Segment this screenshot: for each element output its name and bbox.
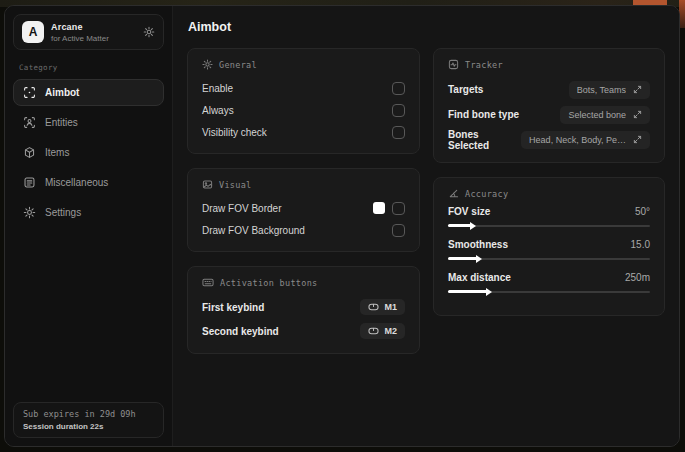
smoothness-slider[interactable] xyxy=(448,254,650,263)
draw-fov-background-label: Draw FOV Background xyxy=(202,225,305,236)
sidebar-item-settings[interactable]: Settings xyxy=(13,199,164,226)
expand-icon xyxy=(633,110,642,119)
visibility-check-row: Visibility check xyxy=(202,121,405,143)
smoothness-label: Smoothness xyxy=(448,239,508,250)
always-row: Always xyxy=(202,99,405,121)
enable-row: Enable xyxy=(202,77,405,99)
find-bone-type-row: Find bone type Selected bone xyxy=(448,102,650,127)
sidebar-item-label: Settings xyxy=(45,207,81,218)
second-keybind-label: Second keybind xyxy=(202,326,279,337)
targets-label: Targets xyxy=(448,84,483,95)
page-title: Aimbot xyxy=(188,20,665,34)
settings-gear-icon[interactable] xyxy=(143,26,155,38)
max-distance-group: Max distance 250m xyxy=(448,272,650,296)
visual-card: Visual Draw FOV Border Draw FOV Backgrou… xyxy=(187,168,420,252)
brand-logo: A xyxy=(22,21,44,43)
expand-icon xyxy=(633,85,642,94)
brand-card: A Arcane for Active Matter xyxy=(13,14,164,50)
accuracy-card-header: Accuracy xyxy=(448,188,650,199)
brand-subtitle: for Active Matter xyxy=(51,34,109,43)
first-keybind-label: First keybind xyxy=(202,302,264,313)
first-keybind-row: First keybind M1 xyxy=(202,295,405,319)
general-icon xyxy=(202,59,213,70)
fov-size-group: FOV size 50° xyxy=(448,206,650,230)
visual-card-header: Visual xyxy=(202,179,405,190)
sidebar-item-aimbot[interactable]: Aimbot xyxy=(13,79,164,106)
second-keybind-row: Second keybind M2 xyxy=(202,319,405,343)
max-distance-label: Max distance xyxy=(448,272,511,283)
slider-thumb[interactable] xyxy=(486,288,492,296)
menu-window: A Arcane for Active Matter Category Aimb… xyxy=(4,5,680,447)
settings-icon xyxy=(23,206,36,219)
sidebar-item-label: Entities xyxy=(45,117,78,128)
tracker-icon xyxy=(448,59,459,70)
brand-title: Arcane xyxy=(51,22,109,32)
bones-selected-label: Bones Selected xyxy=(448,129,521,151)
first-keybind-button[interactable]: M1 xyxy=(360,299,405,315)
targets-row: Targets Bots, Teams xyxy=(448,77,650,102)
fov-size-value: 50° xyxy=(635,206,650,217)
tracker-card-header: Tracker xyxy=(448,59,650,70)
items-icon xyxy=(23,146,36,159)
keyboard-icon xyxy=(202,277,214,288)
find-bone-type-select[interactable]: Selected bone xyxy=(560,106,650,124)
mouse-icon xyxy=(368,303,379,311)
draw-fov-border-label: Draw FOV Border xyxy=(202,203,281,214)
visual-icon xyxy=(202,179,213,190)
smoothness-group: Smoothness 15.0 xyxy=(448,239,650,263)
general-card-header: General xyxy=(202,59,405,70)
draw-fov-border-row: Draw FOV Border xyxy=(202,197,405,219)
angle-icon xyxy=(448,188,459,199)
mouse-icon xyxy=(368,327,379,335)
miscellaneous-icon xyxy=(23,176,36,189)
draw-fov-border-checkbox[interactable] xyxy=(392,202,405,215)
aimbot-icon xyxy=(23,86,36,99)
bones-selected-select[interactable]: Head, Neck, Body, Pe… xyxy=(521,131,650,149)
subscription-info: Sub expires in 29d 09h Session duration … xyxy=(13,402,164,438)
smoothness-value: 15.0 xyxy=(631,239,650,250)
sidebar-item-label: Aimbot xyxy=(45,87,79,98)
expand-icon xyxy=(633,135,642,144)
general-card: General Enable Always Visibility check xyxy=(187,48,420,154)
tracker-card: Tracker Targets Bots, Teams Find bone ty… xyxy=(433,48,665,163)
fov-size-slider[interactable] xyxy=(448,221,650,230)
category-label: Category xyxy=(19,63,158,72)
activation-card-header: Activation buttons xyxy=(202,277,405,288)
enable-label: Enable xyxy=(202,83,233,94)
sidebar-item-items[interactable]: Items xyxy=(13,139,164,166)
session-duration-text: Session duration 22s xyxy=(23,422,154,431)
fov-border-color-swatch[interactable] xyxy=(373,202,385,214)
always-checkbox[interactable] xyxy=(392,104,405,117)
draw-fov-background-row: Draw FOV Background xyxy=(202,219,405,241)
main-content: Aimbot General Enable xyxy=(173,6,679,446)
targets-select[interactable]: Bots, Teams xyxy=(569,81,650,99)
entities-icon xyxy=(23,116,36,129)
visibility-check-label: Visibility check xyxy=(202,127,267,138)
draw-fov-background-checkbox[interactable] xyxy=(392,224,405,237)
slider-thumb[interactable] xyxy=(476,255,482,263)
sidebar-item-miscellaneous[interactable]: Miscellaneous xyxy=(13,169,164,196)
bones-selected-row: Bones Selected Head, Neck, Body, Pe… xyxy=(448,127,650,152)
always-label: Always xyxy=(202,105,234,116)
max-distance-slider[interactable] xyxy=(448,287,650,296)
brand-text: Arcane for Active Matter xyxy=(51,22,109,43)
slider-thumb[interactable] xyxy=(470,222,476,230)
second-keybind-button[interactable]: M2 xyxy=(360,323,405,339)
sidebar-item-label: Items xyxy=(45,147,69,158)
sidebar: A Arcane for Active Matter Category Aimb… xyxy=(5,6,173,446)
find-bone-type-label: Find bone type xyxy=(448,109,519,120)
max-distance-value: 250m xyxy=(625,272,650,283)
visibility-check-checkbox[interactable] xyxy=(392,126,405,139)
fov-size-label: FOV size xyxy=(448,206,490,217)
accuracy-card: Accuracy FOV size 50° Smoothness xyxy=(433,177,665,316)
sidebar-item-label: Miscellaneous xyxy=(45,177,108,188)
activation-buttons-card: Activation buttons First keybind M1 xyxy=(187,266,420,354)
enable-checkbox[interactable] xyxy=(392,82,405,95)
sub-expires-text: Sub expires in 29d 09h xyxy=(23,409,154,419)
sidebar-item-entities[interactable]: Entities xyxy=(13,109,164,136)
